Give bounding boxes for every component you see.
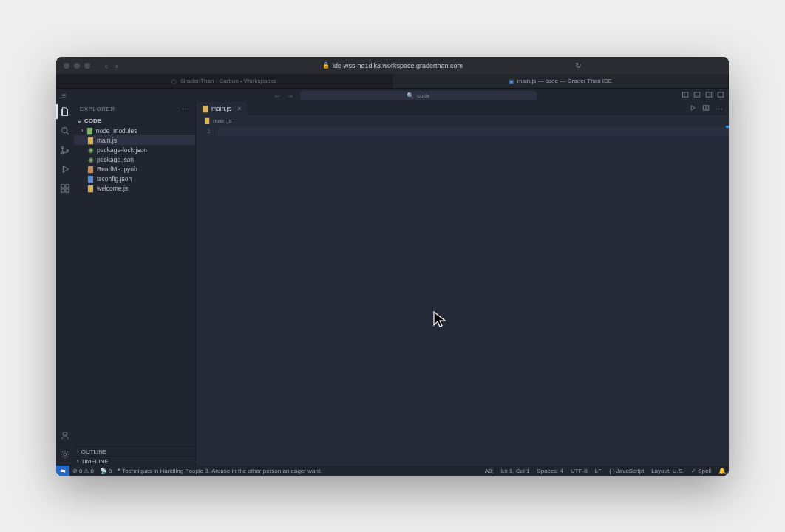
- editor-tab-strip: ▇ main.js × ⋯: [196, 102, 729, 115]
- gear-icon[interactable]: [60, 449, 70, 460]
- search-icon: 🔍: [407, 92, 414, 99]
- editor-tab[interactable]: ▇ main.js ×: [196, 102, 247, 115]
- history-nav: ← →: [273, 92, 294, 100]
- outline-section[interactable]: › OUTLINE: [74, 446, 195, 456]
- warning-icon: ⚠: [84, 468, 89, 474]
- status-brand[interactable]: A0;: [485, 468, 494, 474]
- status-indent[interactable]: Spaces: 4: [537, 468, 563, 474]
- window-zoom-button[interactable]: [84, 63, 90, 69]
- svg-rect-4: [706, 92, 712, 97]
- js-file-icon: ▇: [87, 185, 94, 191]
- tab-favicon: ▣: [509, 78, 514, 84]
- file-item[interactable]: ▇ welcome.js: [74, 183, 195, 193]
- svg-rect-15: [66, 189, 69, 192]
- browser-tab-strip: ⬡ Grader Than - Carbon • Workspaces ▣ ma…: [56, 74, 729, 89]
- workspace-root[interactable]: ⌄ CODE: [74, 115, 195, 126]
- run-debug-icon[interactable]: [60, 164, 70, 174]
- toggle-secondary-sidebar-icon[interactable]: [705, 91, 713, 100]
- json-file-icon: ◉: [87, 156, 94, 163]
- command-center-search[interactable]: 🔍 code: [300, 91, 537, 100]
- file-name: main.js: [97, 137, 117, 144]
- explorer-more-icon[interactable]: ⋯: [182, 105, 190, 113]
- timeline-section[interactable]: › TIMELINE: [74, 456, 195, 466]
- file-name: welcome.js: [97, 185, 128, 192]
- status-problems[interactable]: ⊘0 ⚠0: [72, 468, 94, 474]
- menu-icon[interactable]: ≡: [62, 92, 67, 100]
- explorer-icon[interactable]: [60, 106, 70, 117]
- notifications-icon[interactable]: 🔔: [718, 468, 726, 474]
- window-close-button[interactable]: [64, 63, 69, 69]
- current-line-highlight: [218, 127, 729, 136]
- status-spell[interactable]: ✓ Spell: [691, 468, 711, 474]
- error-icon: ⊘: [72, 468, 78, 474]
- split-editor-icon[interactable]: [702, 104, 710, 113]
- file-item[interactable]: ▇ tsconfig.json: [74, 174, 195, 183]
- chevron-down-icon: ⌄: [77, 117, 82, 124]
- breadcrumb-label: main.js: [213, 117, 231, 124]
- status-quote-text: Techniques in Handling People 3. Arouse …: [122, 468, 322, 474]
- search-icon[interactable]: [60, 126, 70, 136]
- status-ln-col[interactable]: Ln 1, Col 1: [501, 468, 530, 474]
- browser-tab-label: Grader Than - Carbon • Workspaces: [180, 78, 276, 84]
- breadcrumb[interactable]: ▇ main.js: [196, 115, 729, 126]
- status-bar: ⇋ ⊘0 ⚠0 📡0 ❝ Techniques in Handling Peop…: [56, 466, 729, 476]
- svg-point-16: [63, 432, 67, 436]
- browser-tab[interactable]: ▣ main.js — code — Grader Than IDE: [392, 74, 729, 88]
- status-eol[interactable]: LF: [595, 468, 602, 474]
- mouse-cursor-icon: [432, 310, 449, 334]
- svg-rect-0: [682, 92, 688, 97]
- window-minimize-button[interactable]: [74, 63, 80, 69]
- lock-icon: 🔒: [322, 62, 330, 69]
- file-item[interactable]: ◉ package-lock.json: [74, 145, 195, 154]
- browser-back-button[interactable]: ‹: [105, 61, 108, 70]
- source-control-icon[interactable]: [60, 145, 70, 155]
- layout-controls: [682, 91, 724, 100]
- status-quote[interactable]: ❝ Techniques in Handling People 3. Arous…: [118, 468, 322, 474]
- file-item[interactable]: ▇ main.js: [74, 135, 195, 145]
- chevron-right-icon: ›: [77, 449, 79, 455]
- svg-point-7: [62, 128, 67, 133]
- line-number: 1: [196, 127, 211, 134]
- status-layout[interactable]: Layout: U.S.: [651, 468, 684, 474]
- history-forward-button[interactable]: →: [287, 92, 294, 100]
- explorer-header: EXPLORER ⋯: [74, 102, 195, 115]
- json-file-icon: ◉: [87, 146, 94, 153]
- svg-rect-6: [718, 92, 724, 97]
- js-file-icon: ▇: [203, 117, 210, 124]
- vscode-body: EXPLORER ⋯ ⌄ CODE › ▇ node_modules ▇ mai…: [56, 102, 729, 466]
- app-window: ‹ › 🔒 ide-wss-nq1dlk3.workspace.graderth…: [56, 57, 729, 476]
- account-icon[interactable]: [60, 430, 70, 440]
- status-encoding[interactable]: UTF-8: [571, 468, 588, 474]
- run-icon[interactable]: [689, 104, 696, 113]
- tab-favicon: ⬡: [171, 78, 177, 84]
- file-item[interactable]: ▇ ReadMe.ipynb: [74, 164, 195, 174]
- close-icon[interactable]: ×: [237, 105, 241, 112]
- folder-item[interactable]: › ▇ node_modules: [74, 126, 195, 135]
- command-center-bar: ≡ ← → 🔍 code: [56, 89, 729, 102]
- overview-ruler-marker: [726, 126, 729, 128]
- svg-rect-14: [61, 189, 64, 192]
- browser-tab[interactable]: ⬡ Grader Than - Carbon • Workspaces: [56, 74, 392, 88]
- timeline-label: TIMELINE: [81, 458, 109, 465]
- toggle-panel-icon[interactable]: [693, 91, 701, 100]
- editor-area: ▇ main.js × ⋯ ▇ main.js: [196, 102, 729, 466]
- quote-icon: ❝: [118, 468, 120, 474]
- reload-icon[interactable]: ↻: [575, 61, 581, 69]
- outline-label: OUTLINE: [81, 449, 107, 455]
- file-item[interactable]: ◉ package.json: [74, 154, 195, 164]
- file-name: tsconfig.json: [97, 175, 132, 183]
- status-language[interactable]: { } JavaScript: [609, 468, 644, 474]
- remote-indicator[interactable]: ⇋: [56, 466, 69, 476]
- extensions-icon[interactable]: [60, 183, 70, 194]
- history-back-button[interactable]: ←: [273, 92, 281, 100]
- browser-forward-button[interactable]: ›: [115, 61, 118, 70]
- editor-content[interactable]: 1: [196, 126, 729, 466]
- status-ports[interactable]: 📡0: [100, 468, 112, 474]
- more-icon[interactable]: ⋯: [716, 105, 723, 113]
- file-name: package-lock.json: [97, 146, 147, 154]
- browser-url-bar[interactable]: 🔒 ide-wss-nq1dlk3.workspace.graderthan.c…: [322, 62, 463, 69]
- customize-layout-icon[interactable]: [717, 91, 724, 100]
- browser-nav: ‹ ›: [105, 61, 118, 70]
- toggle-sidebar-icon[interactable]: [682, 91, 689, 100]
- ports-icon: 📡: [100, 468, 107, 474]
